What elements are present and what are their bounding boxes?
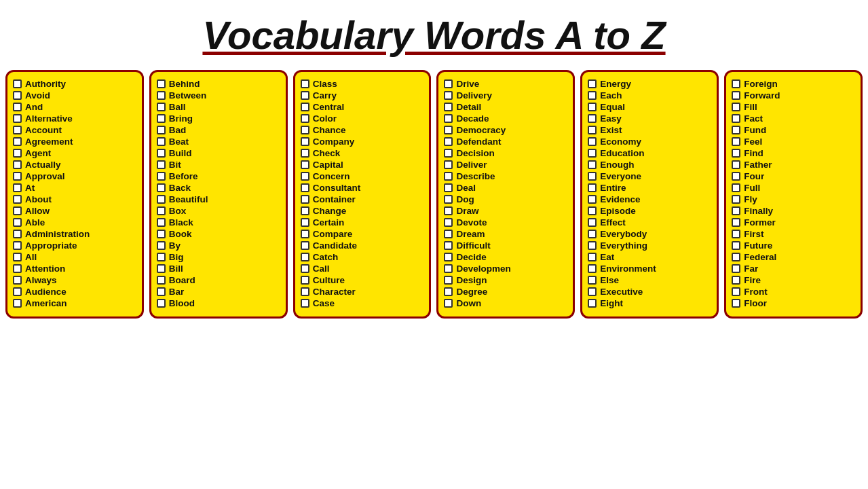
checkbox-icon[interactable]: [732, 103, 740, 111]
checkbox-icon[interactable]: [301, 79, 309, 88]
checkbox-icon[interactable]: [588, 218, 597, 227]
checkbox-icon[interactable]: [157, 264, 166, 273]
checkbox-icon[interactable]: [588, 253, 597, 261]
checkbox-icon[interactable]: [13, 137, 22, 146]
checkbox-icon[interactable]: [588, 79, 597, 88]
checkbox-icon[interactable]: [301, 206, 309, 215]
checkbox-icon[interactable]: [732, 264, 740, 273]
checkbox-icon[interactable]: [157, 126, 166, 134]
checkbox-icon[interactable]: [13, 241, 22, 250]
checkbox-icon[interactable]: [301, 218, 309, 227]
checkbox-icon[interactable]: [157, 195, 166, 204]
checkbox-icon[interactable]: [13, 114, 22, 123]
checkbox-icon[interactable]: [13, 149, 22, 158]
checkbox-icon[interactable]: [301, 299, 309, 308]
checkbox-icon[interactable]: [588, 137, 597, 146]
checkbox-icon[interactable]: [13, 206, 22, 215]
checkbox-icon[interactable]: [588, 195, 597, 204]
checkbox-icon[interactable]: [301, 126, 309, 134]
checkbox-icon[interactable]: [732, 114, 740, 123]
checkbox-icon[interactable]: [157, 276, 166, 285]
checkbox-icon[interactable]: [13, 218, 22, 227]
checkbox-icon[interactable]: [301, 172, 309, 181]
checkbox-icon[interactable]: [732, 160, 740, 169]
checkbox-icon[interactable]: [732, 218, 740, 227]
checkbox-icon[interactable]: [157, 114, 166, 123]
checkbox-icon[interactable]: [301, 276, 309, 285]
checkbox-icon[interactable]: [301, 103, 309, 111]
checkbox-icon[interactable]: [588, 206, 597, 215]
checkbox-icon[interactable]: [732, 287, 740, 296]
checkbox-icon[interactable]: [588, 264, 597, 273]
checkbox-icon[interactable]: [301, 241, 309, 250]
checkbox-icon[interactable]: [444, 137, 453, 146]
checkbox-icon[interactable]: [444, 91, 453, 100]
checkbox-icon[interactable]: [444, 264, 453, 273]
checkbox-icon[interactable]: [157, 299, 166, 308]
checkbox-icon[interactable]: [444, 287, 453, 296]
checkbox-icon[interactable]: [444, 253, 453, 261]
checkbox-icon[interactable]: [301, 287, 309, 296]
checkbox-icon[interactable]: [732, 183, 740, 192]
checkbox-icon[interactable]: [588, 91, 597, 100]
checkbox-icon[interactable]: [588, 172, 597, 181]
checkbox-icon[interactable]: [13, 253, 22, 261]
checkbox-icon[interactable]: [588, 149, 597, 158]
checkbox-icon[interactable]: [157, 149, 166, 158]
checkbox-icon[interactable]: [732, 195, 740, 204]
checkbox-icon[interactable]: [13, 160, 22, 169]
checkbox-icon[interactable]: [13, 276, 22, 285]
checkbox-icon[interactable]: [588, 183, 597, 192]
checkbox-icon[interactable]: [157, 230, 166, 238]
checkbox-icon[interactable]: [444, 79, 453, 88]
checkbox-icon[interactable]: [732, 276, 740, 285]
checkbox-icon[interactable]: [732, 230, 740, 238]
checkbox-icon[interactable]: [588, 276, 597, 285]
checkbox-icon[interactable]: [157, 172, 166, 181]
checkbox-icon[interactable]: [13, 172, 22, 181]
checkbox-icon[interactable]: [13, 264, 22, 273]
checkbox-icon[interactable]: [732, 79, 740, 88]
checkbox-icon[interactable]: [13, 195, 22, 204]
checkbox-icon[interactable]: [157, 241, 166, 250]
checkbox-icon[interactable]: [444, 183, 453, 192]
checkbox-icon[interactable]: [444, 126, 453, 134]
checkbox-icon[interactable]: [444, 103, 453, 111]
checkbox-icon[interactable]: [13, 79, 22, 88]
checkbox-icon[interactable]: [157, 103, 166, 111]
checkbox-icon[interactable]: [444, 195, 453, 204]
checkbox-icon[interactable]: [301, 114, 309, 123]
checkbox-icon[interactable]: [588, 103, 597, 111]
checkbox-icon[interactable]: [588, 114, 597, 123]
checkbox-icon[interactable]: [588, 287, 597, 296]
checkbox-icon[interactable]: [301, 253, 309, 261]
checkbox-icon[interactable]: [444, 241, 453, 250]
checkbox-icon[interactable]: [732, 206, 740, 215]
checkbox-icon[interactable]: [157, 206, 166, 215]
checkbox-icon[interactable]: [157, 253, 166, 261]
checkbox-icon[interactable]: [13, 103, 22, 111]
checkbox-icon[interactable]: [157, 287, 166, 296]
checkbox-icon[interactable]: [444, 206, 453, 215]
checkbox-icon[interactable]: [588, 126, 597, 134]
checkbox-icon[interactable]: [157, 91, 166, 100]
checkbox-icon[interactable]: [13, 230, 22, 238]
checkbox-icon[interactable]: [301, 183, 309, 192]
checkbox-icon[interactable]: [157, 160, 166, 169]
checkbox-icon[interactable]: [301, 264, 309, 273]
checkbox-icon[interactable]: [301, 195, 309, 204]
checkbox-icon[interactable]: [13, 299, 22, 308]
checkbox-icon[interactable]: [444, 160, 453, 169]
checkbox-icon[interactable]: [588, 230, 597, 238]
checkbox-icon[interactable]: [13, 287, 22, 296]
checkbox-icon[interactable]: [301, 230, 309, 238]
checkbox-icon[interactable]: [301, 137, 309, 146]
checkbox-icon[interactable]: [588, 299, 597, 308]
checkbox-icon[interactable]: [732, 172, 740, 181]
checkbox-icon[interactable]: [157, 183, 166, 192]
checkbox-icon[interactable]: [732, 241, 740, 250]
checkbox-icon[interactable]: [157, 218, 166, 227]
checkbox-icon[interactable]: [13, 126, 22, 134]
checkbox-icon[interactable]: [588, 241, 597, 250]
checkbox-icon[interactable]: [588, 160, 597, 169]
